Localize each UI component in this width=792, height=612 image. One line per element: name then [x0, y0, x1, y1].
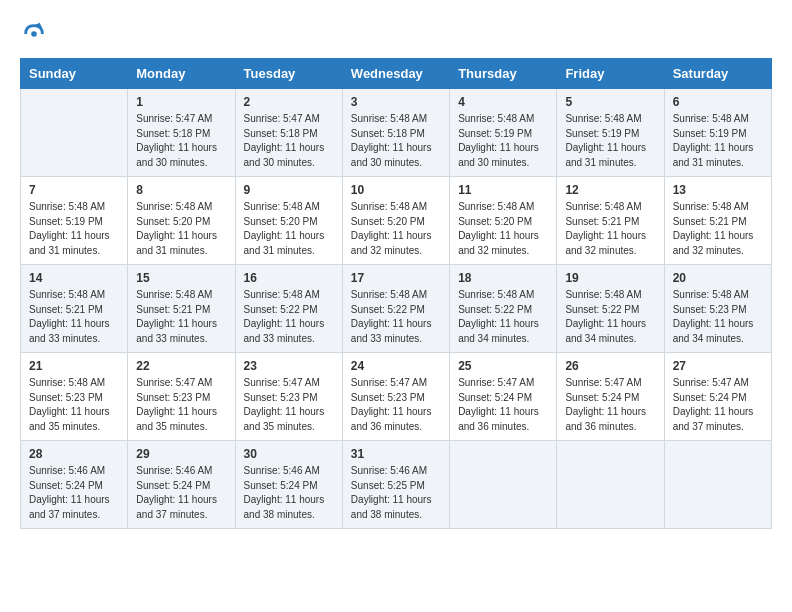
- day-cell: 12Sunrise: 5:48 AM Sunset: 5:21 PM Dayli…: [557, 177, 664, 265]
- day-number: 1: [136, 95, 226, 109]
- header-cell-sunday: Sunday: [21, 59, 128, 89]
- day-cell: 27Sunrise: 5:47 AM Sunset: 5:24 PM Dayli…: [664, 353, 771, 441]
- day-number: 21: [29, 359, 119, 373]
- day-cell: 20Sunrise: 5:48 AM Sunset: 5:23 PM Dayli…: [664, 265, 771, 353]
- header-cell-friday: Friday: [557, 59, 664, 89]
- day-cell: [664, 441, 771, 529]
- calendar-header: SundayMondayTuesdayWednesdayThursdayFrid…: [21, 59, 772, 89]
- day-number: 27: [673, 359, 763, 373]
- day-number: 2: [244, 95, 334, 109]
- day-info: Sunrise: 5:48 AM Sunset: 5:23 PM Dayligh…: [29, 376, 119, 434]
- day-number: 8: [136, 183, 226, 197]
- header-cell-thursday: Thursday: [450, 59, 557, 89]
- day-info: Sunrise: 5:48 AM Sunset: 5:19 PM Dayligh…: [565, 112, 655, 170]
- day-cell: 14Sunrise: 5:48 AM Sunset: 5:21 PM Dayli…: [21, 265, 128, 353]
- day-number: 28: [29, 447, 119, 461]
- day-cell: 21Sunrise: 5:48 AM Sunset: 5:23 PM Dayli…: [21, 353, 128, 441]
- day-cell: 10Sunrise: 5:48 AM Sunset: 5:20 PM Dayli…: [342, 177, 449, 265]
- day-number: 29: [136, 447, 226, 461]
- day-info: Sunrise: 5:47 AM Sunset: 5:23 PM Dayligh…: [244, 376, 334, 434]
- day-cell: 25Sunrise: 5:47 AM Sunset: 5:24 PM Dayli…: [450, 353, 557, 441]
- svg-point-0: [31, 31, 37, 37]
- day-info: Sunrise: 5:48 AM Sunset: 5:18 PM Dayligh…: [351, 112, 441, 170]
- day-info: Sunrise: 5:46 AM Sunset: 5:24 PM Dayligh…: [136, 464, 226, 522]
- calendar-table: SundayMondayTuesdayWednesdayThursdayFrid…: [20, 58, 772, 529]
- page-header: [20, 20, 772, 48]
- header-cell-saturday: Saturday: [664, 59, 771, 89]
- day-info: Sunrise: 5:48 AM Sunset: 5:21 PM Dayligh…: [673, 200, 763, 258]
- day-info: Sunrise: 5:48 AM Sunset: 5:22 PM Dayligh…: [565, 288, 655, 346]
- day-cell: 13Sunrise: 5:48 AM Sunset: 5:21 PM Dayli…: [664, 177, 771, 265]
- day-cell: 6Sunrise: 5:48 AM Sunset: 5:19 PM Daylig…: [664, 89, 771, 177]
- day-number: 14: [29, 271, 119, 285]
- day-cell: 2Sunrise: 5:47 AM Sunset: 5:18 PM Daylig…: [235, 89, 342, 177]
- day-cell: 17Sunrise: 5:48 AM Sunset: 5:22 PM Dayli…: [342, 265, 449, 353]
- day-number: 24: [351, 359, 441, 373]
- day-number: 17: [351, 271, 441, 285]
- day-cell: 26Sunrise: 5:47 AM Sunset: 5:24 PM Dayli…: [557, 353, 664, 441]
- day-info: Sunrise: 5:48 AM Sunset: 5:19 PM Dayligh…: [29, 200, 119, 258]
- week-row-2: 7Sunrise: 5:48 AM Sunset: 5:19 PM Daylig…: [21, 177, 772, 265]
- day-info: Sunrise: 5:48 AM Sunset: 5:22 PM Dayligh…: [458, 288, 548, 346]
- day-info: Sunrise: 5:48 AM Sunset: 5:22 PM Dayligh…: [244, 288, 334, 346]
- day-number: 23: [244, 359, 334, 373]
- header-cell-monday: Monday: [128, 59, 235, 89]
- week-row-1: 1Sunrise: 5:47 AM Sunset: 5:18 PM Daylig…: [21, 89, 772, 177]
- day-cell: 5Sunrise: 5:48 AM Sunset: 5:19 PM Daylig…: [557, 89, 664, 177]
- day-info: Sunrise: 5:47 AM Sunset: 5:24 PM Dayligh…: [565, 376, 655, 434]
- day-info: Sunrise: 5:48 AM Sunset: 5:23 PM Dayligh…: [673, 288, 763, 346]
- logo-icon: [20, 20, 48, 48]
- day-cell: 28Sunrise: 5:46 AM Sunset: 5:24 PM Dayli…: [21, 441, 128, 529]
- day-cell: 4Sunrise: 5:48 AM Sunset: 5:19 PM Daylig…: [450, 89, 557, 177]
- day-number: 4: [458, 95, 548, 109]
- day-number: 26: [565, 359, 655, 373]
- day-cell: 22Sunrise: 5:47 AM Sunset: 5:23 PM Dayli…: [128, 353, 235, 441]
- day-cell: [450, 441, 557, 529]
- week-row-5: 28Sunrise: 5:46 AM Sunset: 5:24 PM Dayli…: [21, 441, 772, 529]
- day-info: Sunrise: 5:47 AM Sunset: 5:23 PM Dayligh…: [136, 376, 226, 434]
- day-cell: 9Sunrise: 5:48 AM Sunset: 5:20 PM Daylig…: [235, 177, 342, 265]
- day-number: 19: [565, 271, 655, 285]
- day-info: Sunrise: 5:46 AM Sunset: 5:24 PM Dayligh…: [29, 464, 119, 522]
- day-info: Sunrise: 5:47 AM Sunset: 5:24 PM Dayligh…: [673, 376, 763, 434]
- day-info: Sunrise: 5:47 AM Sunset: 5:18 PM Dayligh…: [244, 112, 334, 170]
- day-info: Sunrise: 5:48 AM Sunset: 5:21 PM Dayligh…: [565, 200, 655, 258]
- day-info: Sunrise: 5:48 AM Sunset: 5:20 PM Dayligh…: [458, 200, 548, 258]
- week-row-3: 14Sunrise: 5:48 AM Sunset: 5:21 PM Dayli…: [21, 265, 772, 353]
- day-number: 31: [351, 447, 441, 461]
- day-cell: [557, 441, 664, 529]
- day-cell: 16Sunrise: 5:48 AM Sunset: 5:22 PM Dayli…: [235, 265, 342, 353]
- day-number: 22: [136, 359, 226, 373]
- day-info: Sunrise: 5:46 AM Sunset: 5:24 PM Dayligh…: [244, 464, 334, 522]
- day-cell: 24Sunrise: 5:47 AM Sunset: 5:23 PM Dayli…: [342, 353, 449, 441]
- day-number: 3: [351, 95, 441, 109]
- day-cell: 30Sunrise: 5:46 AM Sunset: 5:24 PM Dayli…: [235, 441, 342, 529]
- day-number: 7: [29, 183, 119, 197]
- logo: [20, 20, 52, 48]
- day-info: Sunrise: 5:47 AM Sunset: 5:24 PM Dayligh…: [458, 376, 548, 434]
- day-cell: 3Sunrise: 5:48 AM Sunset: 5:18 PM Daylig…: [342, 89, 449, 177]
- day-info: Sunrise: 5:48 AM Sunset: 5:22 PM Dayligh…: [351, 288, 441, 346]
- day-cell: 23Sunrise: 5:47 AM Sunset: 5:23 PM Dayli…: [235, 353, 342, 441]
- day-cell: [21, 89, 128, 177]
- header-cell-tuesday: Tuesday: [235, 59, 342, 89]
- day-number: 20: [673, 271, 763, 285]
- calendar-body: 1Sunrise: 5:47 AM Sunset: 5:18 PM Daylig…: [21, 89, 772, 529]
- day-info: Sunrise: 5:48 AM Sunset: 5:20 PM Dayligh…: [351, 200, 441, 258]
- day-cell: 8Sunrise: 5:48 AM Sunset: 5:20 PM Daylig…: [128, 177, 235, 265]
- day-info: Sunrise: 5:48 AM Sunset: 5:19 PM Dayligh…: [673, 112, 763, 170]
- day-number: 10: [351, 183, 441, 197]
- day-cell: 31Sunrise: 5:46 AM Sunset: 5:25 PM Dayli…: [342, 441, 449, 529]
- day-cell: 29Sunrise: 5:46 AM Sunset: 5:24 PM Dayli…: [128, 441, 235, 529]
- day-number: 11: [458, 183, 548, 197]
- day-info: Sunrise: 5:46 AM Sunset: 5:25 PM Dayligh…: [351, 464, 441, 522]
- day-info: Sunrise: 5:47 AM Sunset: 5:18 PM Dayligh…: [136, 112, 226, 170]
- day-cell: 19Sunrise: 5:48 AM Sunset: 5:22 PM Dayli…: [557, 265, 664, 353]
- day-number: 25: [458, 359, 548, 373]
- day-number: 15: [136, 271, 226, 285]
- day-number: 30: [244, 447, 334, 461]
- day-info: Sunrise: 5:48 AM Sunset: 5:21 PM Dayligh…: [136, 288, 226, 346]
- day-info: Sunrise: 5:48 AM Sunset: 5:20 PM Dayligh…: [136, 200, 226, 258]
- day-cell: 15Sunrise: 5:48 AM Sunset: 5:21 PM Dayli…: [128, 265, 235, 353]
- day-cell: 11Sunrise: 5:48 AM Sunset: 5:20 PM Dayli…: [450, 177, 557, 265]
